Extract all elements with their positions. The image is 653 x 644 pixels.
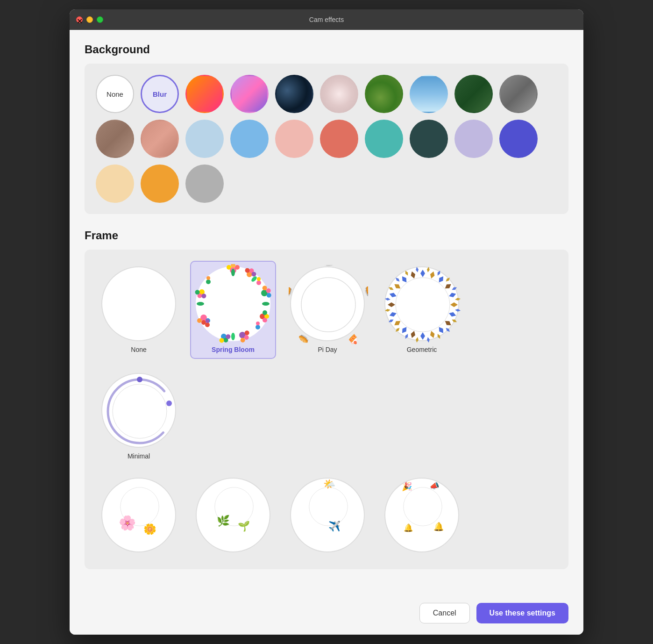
svg-point-0 (206, 277, 260, 331)
svg-point-27 (197, 318, 202, 323)
frame-option-spring-bloom[interactable]: Spring Bloom (190, 261, 276, 359)
svg-marker-85 (395, 327, 401, 333)
svg-point-38 (206, 319, 209, 323)
bg-option-pink-clouds[interactable] (141, 120, 179, 158)
svg-marker-54 (429, 271, 435, 279)
bg-option-light-blue-1[interactable] (185, 120, 224, 158)
bg-option-lavender[interactable] (454, 120, 493, 158)
bg-option-bokeh-dark[interactable] (275, 75, 313, 113)
bg-option-light-pink[interactable] (275, 120, 313, 158)
background-panel: None Blur (85, 64, 568, 214)
svg-marker-90 (395, 277, 401, 283)
frame-option-none[interactable]: None (96, 261, 182, 359)
bg-option-purple[interactable] (499, 120, 538, 158)
bg-option-room[interactable] (96, 120, 134, 158)
svg-text:🥧: 🥧 (322, 265, 335, 267)
frame-option-partial-1[interactable]: 🌸 🌼 (96, 472, 182, 558)
svg-marker-77 (455, 297, 461, 301)
svg-text:🌸: 🌸 (119, 515, 136, 531)
bg-option-dark-teal[interactable] (410, 120, 448, 158)
svg-text:🌤️: 🌤️ (323, 479, 336, 490)
svg-text:🌼: 🌼 (143, 523, 157, 535)
maximize-button[interactable] (97, 16, 103, 23)
bg-option-blur[interactable]: Blur (141, 75, 179, 113)
svg-marker-59 (448, 311, 457, 317)
window-title: Cam effects (309, 16, 344, 23)
svg-marker-69 (389, 292, 397, 298)
frame-option-partial-3[interactable]: 🌤️ ✈️ (284, 472, 370, 558)
svg-point-52 (396, 278, 450, 332)
svg-point-43 (262, 302, 270, 306)
svg-marker-81 (436, 333, 441, 339)
bg-option-gray[interactable] (185, 165, 224, 203)
frame-partial-circle-3: 🌤️ ✈️ (290, 478, 365, 552)
frame-circle-minimal (101, 373, 176, 448)
frame-option-geometric[interactable]: Geometric (379, 261, 465, 359)
frame-label-minimal: Minimal (128, 452, 150, 460)
svg-marker-84 (404, 333, 409, 339)
bg-option-nature-green[interactable] (365, 75, 403, 113)
bg-option-coral[interactable] (320, 120, 358, 158)
bg-option-teal[interactable] (365, 120, 403, 158)
bg-option-gradient-purple[interactable] (230, 75, 269, 113)
frame-partial-row: 🌸 🌼 🌿 🌱 (96, 472, 557, 558)
svg-point-95 (137, 377, 142, 382)
partial-frame-svg-3: 🌤️ ✈️ (291, 479, 365, 535)
svg-marker-62 (429, 330, 435, 339)
frame-option-partial-4[interactable]: 🎉 📣 🔔 🔔 (379, 472, 465, 558)
minimize-button[interactable] (86, 16, 93, 23)
frame-option-minimal[interactable]: Minimal (96, 367, 182, 465)
frame-partial-circle-2: 🌿 🌱 (196, 478, 270, 552)
traffic-lights: ✕ (76, 16, 103, 23)
frame-option-partial-2[interactable]: 🌿 🌱 (190, 472, 276, 558)
svg-marker-80 (445, 327, 451, 333)
main-content: Background None Blur (70, 30, 583, 595)
frame-label-spring-bloom: Spring Bloom (212, 346, 255, 353)
svg-marker-67 (389, 311, 397, 317)
svg-text:✈️: ✈️ (328, 520, 341, 532)
svg-point-36 (206, 276, 210, 280)
svg-point-3 (235, 265, 240, 270)
svg-point-41 (231, 269, 235, 276)
bg-option-sky-blue[interactable] (410, 75, 448, 113)
bg-option-bokeh-light[interactable] (320, 75, 358, 113)
svg-text:🌿: 🌿 (217, 515, 230, 527)
svg-marker-91 (404, 270, 409, 276)
frame-circle-none (101, 266, 176, 341)
frame-circle-geometric (384, 266, 459, 341)
frame-option-pi-day[interactable]: 🥧 🥧 🍰 🥧 🥧 Pi Day (284, 261, 370, 359)
titlebar: ✕ Cam effects (70, 9, 583, 30)
use-settings-button[interactable]: Use these settings (476, 603, 568, 623)
bg-option-office[interactable] (499, 75, 538, 113)
frame-label-pi-day: Pi Day (318, 346, 337, 353)
background-grid: None Blur (96, 75, 557, 203)
svg-text:🔔: 🔔 (404, 523, 413, 533)
frame-panel: None (85, 250, 568, 569)
svg-marker-53 (420, 270, 425, 277)
svg-point-35 (206, 279, 211, 284)
svg-point-40 (256, 322, 260, 325)
frame-label-none: None (131, 346, 146, 353)
bg-option-leaves[interactable] (454, 75, 493, 113)
svg-marker-64 (410, 330, 416, 339)
svg-text:🌱: 🌱 (238, 520, 250, 532)
svg-point-106 (404, 487, 442, 526)
svg-point-16 (263, 310, 267, 315)
bg-option-gradient-orange[interactable] (185, 75, 224, 113)
bg-option-light-blue-2[interactable] (230, 120, 269, 158)
svg-point-103 (309, 487, 348, 526)
bg-option-orange[interactable] (141, 165, 179, 203)
svg-marker-79 (451, 318, 457, 323)
pi-day-svg: 🥧 🥧 🍰 🥧 🥧 (289, 265, 368, 344)
svg-marker-89 (388, 286, 394, 291)
partial-frame-svg-2: 🌿 🌱 (197, 479, 270, 535)
frame-circle-pi-day: 🥧 🥧 🍰 🥧 🥧 (290, 266, 365, 341)
svg-text:🎉: 🎉 (402, 481, 412, 492)
svg-point-34 (257, 277, 261, 281)
close-button[interactable]: ✕ (76, 16, 83, 23)
cancel-button[interactable]: Cancel (419, 603, 470, 623)
bg-option-none[interactable]: None (96, 75, 134, 113)
frame-grid: None (96, 261, 557, 465)
bg-blur-label: Blur (153, 90, 167, 98)
bg-option-peach[interactable] (96, 165, 134, 203)
